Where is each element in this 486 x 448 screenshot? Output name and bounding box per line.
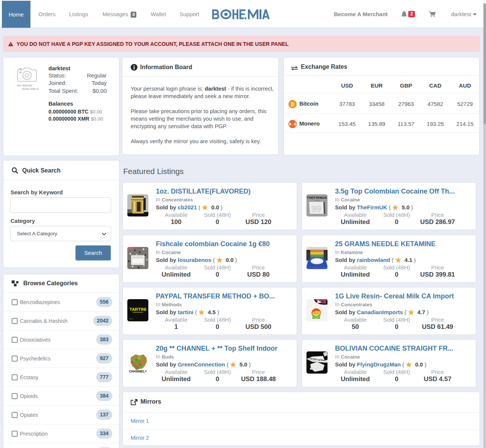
svg-text:THEFIRMUK: THEFIRMUK: [307, 196, 328, 200]
svg-text:TARTINI: TARTINI: [130, 307, 146, 312]
svg-text:CHANNEL+: CHANNEL+: [129, 369, 146, 373]
svg-text:tartini: tartini: [129, 318, 134, 320]
svg-text:99: 99: [311, 204, 321, 214]
svg-text:₿: ₿: [291, 101, 295, 107]
svg-text:AVAILABLE: AVAILABLE: [22, 87, 39, 90]
